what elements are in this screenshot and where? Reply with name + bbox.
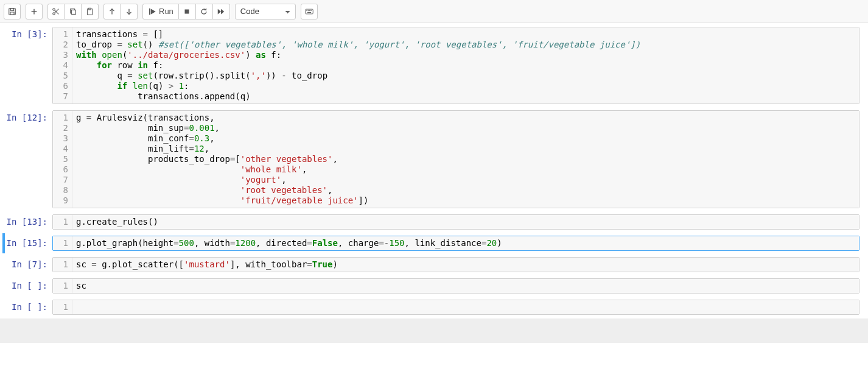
line-number-gutter: 1 — [53, 300, 72, 314]
command-palette-button[interactable] — [301, 4, 318, 19]
input-prompt: In [13]: — [5, 214, 52, 230]
input-prompt: In [15]: — [5, 236, 52, 251]
code-cell[interactable]: In [15]:1g.plot_graph(height=500, width=… — [2, 233, 866, 253]
line-number-gutter: 123456789 — [53, 111, 72, 208]
arrow-down-icon — [125, 7, 133, 16]
cut-button[interactable] — [47, 4, 65, 19]
svg-point-22 — [308, 10, 309, 10]
move-up-button[interactable] — [103, 4, 121, 19]
code-cell[interactable]: In [3]:1234567transactions = [] to_drop … — [2, 24, 866, 107]
run-button[interactable]: Run — [142, 4, 179, 19]
code-editor[interactable] — [72, 300, 859, 314]
interrupt-button[interactable] — [179, 4, 196, 19]
svg-point-21 — [307, 10, 307, 10]
svg-rect-20 — [306, 9, 313, 14]
svg-rect-0 — [9, 8, 16, 15]
line-number-gutter: 1 — [53, 236, 72, 250]
move-down-button[interactable] — [121, 4, 138, 19]
restart-icon — [200, 7, 208, 16]
input-prompt: In [ ]: — [5, 278, 52, 294]
svg-point-23 — [309, 10, 310, 10]
code-cell[interactable]: In [ ]:1sc — [2, 276, 866, 296]
input-prompt: In [12]: — [5, 110, 52, 208]
line-number-gutter: 1 — [53, 258, 72, 272]
svg-point-6 — [53, 8, 55, 10]
restart-button[interactable] — [196, 4, 213, 19]
input-prompt: In [7]: — [5, 257, 52, 272]
code-editor[interactable]: g.plot_graph(height=500, width=1200, dir… — [72, 236, 859, 250]
arrow-up-icon — [108, 7, 116, 16]
svg-rect-2 — [10, 12, 14, 14]
copy-icon — [69, 7, 77, 16]
input-area[interactable]: 1sc = g.plot_scatter(['mustard'], with_t… — [52, 257, 859, 272]
toolbar: Run Code — [0, 0, 868, 23]
input-area[interactable]: 1g.create_rules() — [52, 214, 859, 230]
svg-rect-12 — [88, 8, 91, 10]
save-icon — [8, 7, 16, 16]
copy-button[interactable] — [65, 4, 82, 19]
cell-type-select[interactable]: Code — [235, 4, 296, 19]
scissors-icon — [52, 7, 60, 16]
code-cell[interactable]: In [13]:1g.create_rules() — [2, 212, 866, 232]
fast-forward-icon — [217, 7, 225, 16]
svg-rect-17 — [185, 9, 189, 13]
code-cell[interactable]: In [7]:1sc = g.plot_scatter(['mustard'],… — [2, 255, 866, 275]
paste-icon — [86, 7, 94, 16]
code-editor[interactable]: transactions = [] to_drop = set() #set([… — [72, 27, 859, 104]
save-button[interactable] — [4, 4, 21, 19]
code-editor[interactable]: g = Arulesviz(transactions, min_sup=0.00… — [72, 111, 859, 208]
input-prompt: In [3]: — [5, 27, 52, 104]
input-area[interactable]: 1sc — [52, 278, 859, 294]
svg-rect-1 — [10, 8, 13, 10]
svg-point-24 — [311, 10, 312, 10]
input-prompt: In [ ]: — [5, 300, 52, 315]
input-area[interactable]: 123456789g = Arulesviz(transactions, min… — [52, 110, 859, 208]
svg-rect-10 — [71, 10, 75, 14]
paste-button[interactable] — [82, 4, 99, 19]
svg-marker-16 — [151, 9, 155, 13]
code-editor[interactable]: g.create_rules() — [72, 215, 859, 229]
line-number-gutter: 1 — [53, 215, 72, 229]
code-editor[interactable]: sc — [72, 279, 859, 293]
insert-cell-button[interactable] — [26, 4, 43, 19]
keyboard-icon — [305, 7, 313, 16]
run-label: Run — [159, 7, 173, 16]
svg-marker-18 — [218, 9, 221, 14]
input-area[interactable]: 1g.plot_graph(height=500, width=1200, di… — [52, 236, 859, 251]
input-area[interactable]: 1 — [52, 300, 859, 315]
code-cell[interactable]: In [ ]:1 — [2, 297, 866, 317]
svg-point-5 — [53, 12, 55, 15]
svg-marker-19 — [221, 9, 224, 14]
plus-icon — [30, 7, 38, 16]
notebook-container: In [3]:1234567transactions = [] to_drop … — [0, 24, 868, 317]
stop-icon — [183, 7, 191, 16]
code-editor[interactable]: sc = g.plot_scatter(['mustard'], with_to… — [72, 258, 859, 272]
line-number-gutter: 1 — [53, 279, 72, 293]
notebook-end-space — [0, 318, 868, 343]
restart-run-all-button[interactable] — [213, 4, 230, 19]
line-number-gutter: 1234567 — [53, 27, 72, 104]
run-icon — [148, 7, 156, 16]
input-area[interactable]: 1234567transactions = [] to_drop = set()… — [52, 27, 859, 104]
code-cell[interactable]: In [12]:123456789g = Arulesviz(transacti… — [2, 108, 866, 211]
